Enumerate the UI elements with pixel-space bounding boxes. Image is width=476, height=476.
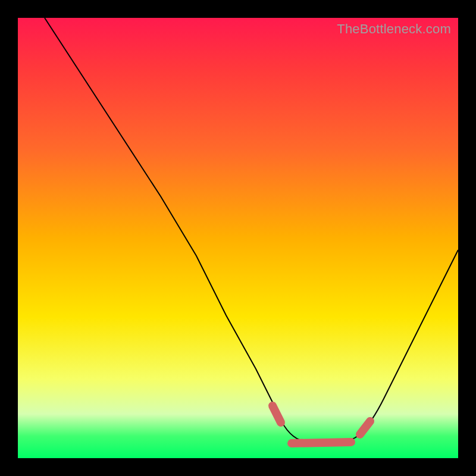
chart-frame: TheBottleneck.com bbox=[0, 0, 476, 476]
sweet-spot-left-marker bbox=[273, 406, 281, 422]
watermark-label: TheBottleneck.com bbox=[337, 21, 451, 37]
sweet-spot-right-marker bbox=[360, 421, 370, 434]
plot-area: TheBottleneck.com bbox=[18, 18, 458, 458]
sweet-spot-flat-marker bbox=[292, 442, 351, 443]
bottleneck-curve-line bbox=[45, 18, 458, 444]
curve-svg bbox=[18, 18, 458, 458]
